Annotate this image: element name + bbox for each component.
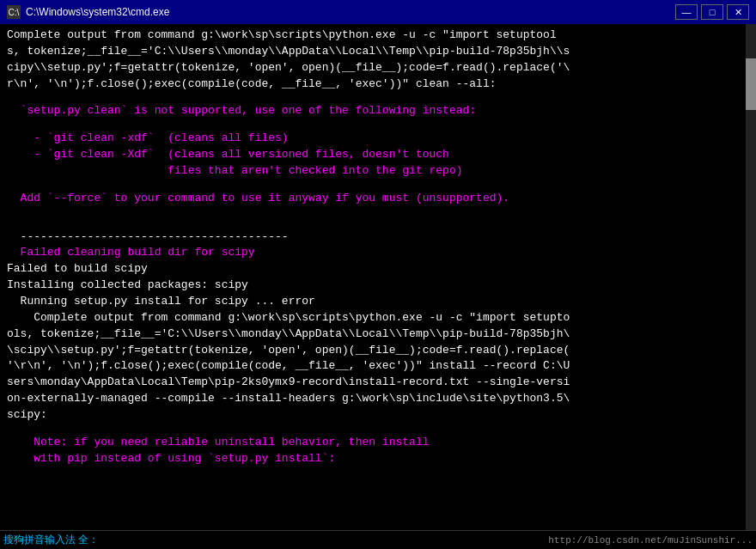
terminal-line <box>7 218 749 229</box>
terminal-line: Complete output from command g:\work\sp\… <box>7 27 749 44</box>
terminal-line: Complete output from command g:\work\sp\… <box>7 310 749 326</box>
terminal-line <box>7 207 749 218</box>
minimize-button[interactable]: — <box>675 4 698 20</box>
terminal-line: `setup.py clean` is not supported, use o… <box>7 103 749 119</box>
terminal-line <box>7 180 749 191</box>
terminal-line: Failed cleaning build dir for scipy <box>7 245 749 261</box>
title-bar-left: C:\ C:\Windows\system32\cmd.exe <box>7 5 169 19</box>
cmd-icon: C:\ <box>7 5 21 19</box>
terminal-line: r\n', '\n');f.close();exec(compile(code,… <box>7 76 749 93</box>
terminal-line <box>7 119 749 131</box>
terminal-output: Complete output from command g:\work\sp\… <box>0 24 756 530</box>
terminal-line: Note: if you need reliable uninstall beh… <box>7 435 749 451</box>
terminal-line: s, tokenize;__file__='C:\\Users\\monday\… <box>7 44 749 60</box>
title-bar-controls[interactable]: — □ ✕ <box>675 4 749 20</box>
terminal-line: - `git clean -xdf` (cleans all files) <box>7 131 749 147</box>
scrollbar[interactable] <box>746 24 756 530</box>
terminal-line: \scipy\\setup.py';f=getattr(tokenize, 'o… <box>7 343 749 359</box>
terminal-line: scipy: <box>7 407 749 424</box>
terminal-line: Running setup.py install for scipy ... e… <box>7 294 749 310</box>
terminal-line: cipy\\setup.py';f=getattr(tokenize, 'ope… <box>7 60 749 76</box>
terminal-line <box>7 424 749 435</box>
terminal-line: Installing collected packages: scipy <box>7 278 749 294</box>
terminal-line: ---------------------------------------- <box>7 229 749 246</box>
terminal-lines: Complete output from command g:\work\sp\… <box>7 27 749 467</box>
terminal-line: Failed to build scipy <box>7 261 749 278</box>
terminal-line <box>7 92 749 103</box>
close-button[interactable]: ✕ <box>727 4 749 20</box>
terminal-line: Add `--force` to your command to use it … <box>7 191 749 207</box>
title-bar: C:\ C:\Windows\system32\cmd.exe — □ ✕ <box>0 0 756 24</box>
ime-status: 搜狗拼音输入法 全： <box>3 533 99 547</box>
maximize-button[interactable]: □ <box>701 4 723 20</box>
terminal-line: files that aren't checked into the git r… <box>7 163 749 180</box>
terminal-line: sers\monday\AppData\Local\Temp\pip-2ks0y… <box>7 375 749 391</box>
terminal-line: with pip instead of using `setup.py inst… <box>7 451 749 467</box>
terminal-line: ols, tokenize;__file__='C:\\Users\\monda… <box>7 326 749 343</box>
window-title: C:\Windows\system32\cmd.exe <box>26 6 169 18</box>
scrollbar-thumb[interactable] <box>746 58 756 110</box>
terminal-line: on-externally-managed --compile --instal… <box>7 391 749 407</box>
terminal-line: '\r\n', '\n');f.close();exec(compile(cod… <box>7 358 749 375</box>
status-bar: 搜狗拼音输入法 全： http://blog.csdn.net/muJinSun… <box>0 530 756 549</box>
terminal-line: - `git clean -Xdf` (cleans all versioned… <box>7 147 749 163</box>
watermark: http://blog.csdn.net/muJinSunshir... <box>548 535 753 546</box>
